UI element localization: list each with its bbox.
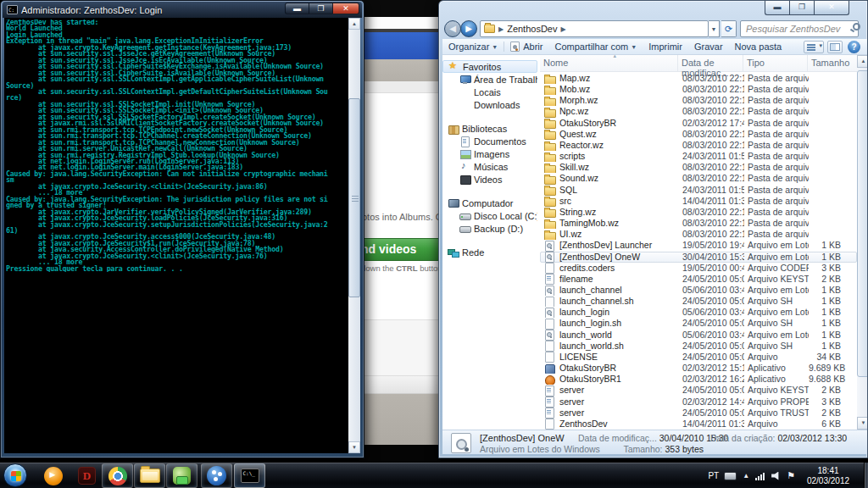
file-row[interactable]: launch_login.sh24/05/2010 05:05Arquivo S… — [540, 318, 857, 329]
clock[interactable]: 18:41 02/03/2012 — [802, 466, 854, 486]
file-row[interactable]: Morph.wz08/03/2010 22:15Pasta de arquivo… — [540, 95, 857, 106]
clock-time: 18:41 — [817, 466, 838, 475]
file-row[interactable]: credits.coders19/05/2010 00:47Arquivo CO… — [540, 263, 857, 274]
cmd-scrollbar-thumb[interactable] — [348, 98, 360, 297]
burn-button[interactable]: Gravar — [688, 39, 729, 54]
sidebar-item-videos[interactable]: Videos — [442, 173, 537, 186]
sidebar-item-disco-local-c[interactable]: Disco Local (C:) — [442, 209, 537, 222]
open-button[interactable]: Abrir — [504, 39, 548, 54]
file-row[interactable]: Npc.wz08/03/2010 22:16Pasta de arquivos — [540, 106, 857, 117]
file-row[interactable]: Map.wz08/03/2010 22:15Pasta de arquivos — [540, 73, 857, 84]
help-icon[interactable]: ? — [848, 41, 860, 53]
taskbar-blue-app[interactable] — [201, 463, 232, 488]
taskbar-explorer[interactable] — [134, 463, 165, 488]
new-folder-button[interactable]: Nova pasta — [729, 39, 788, 54]
file-row[interactable]: ZenthosDev14/04/2011 01:35Arquivo6 KB — [540, 419, 857, 430]
file-row[interactable]: src14/04/2011 01:33Pasta de arquivos — [540, 196, 857, 207]
file-row[interactable]: scripts24/03/2011 01:56Pasta de arquivos — [540, 151, 857, 162]
file-row[interactable]: [ZenthosDev] Launcher19/05/2010 19:46Arq… — [540, 240, 857, 251]
change-view-button[interactable] — [804, 41, 824, 53]
back-button[interactable]: ◀ — [444, 20, 461, 37]
sidebar-item-downloads[interactable]: Downloads — [442, 98, 537, 111]
explorer-maximize-button[interactable]: ❐ — [789, 1, 814, 15]
column-header-size[interactable]: Tamanho — [808, 55, 857, 71]
preview-pane-button[interactable] — [827, 41, 843, 53]
sidebar-item-musicas[interactable]: Músicas — [442, 160, 537, 173]
address-dropdown-button[interactable]: ▼ — [709, 20, 720, 37]
explorer-minimize-button[interactable]: ▬ — [765, 1, 789, 15]
sidebar-item-area-de-trabalho[interactable]: Área de Trabalho — [442, 73, 537, 86]
network-signal-icon[interactable] — [755, 472, 765, 480]
file-list-scrollbar[interactable]: ▲ ▼ — [857, 55, 867, 430]
file-row[interactable]: Sound.wz08/03/2010 22:17Pasta de arquivo… — [540, 173, 857, 184]
upload-videos-button[interactable]: nd videos — [359, 238, 441, 261]
file-row[interactable]: UI.wz08/03/2010 22:17Pasta de arquivos — [540, 229, 857, 240]
console-output[interactable]: ZenthosDev has started: World Launched L… — [4, 18, 360, 453]
sidebar-item-computador[interactable]: Computador — [442, 197, 537, 209]
sidebar-item-documentos[interactable]: Documentos — [442, 135, 537, 147]
column-header-type[interactable]: Tipo — [743, 55, 808, 71]
search-input[interactable]: Pesquisar ZenthosDev — [740, 20, 859, 37]
file-row[interactable]: filename24/05/2010 05:05Arquivo KEYSTORE… — [540, 274, 857, 285]
organize-button[interactable]: Organizar▼ — [442, 39, 504, 54]
sidebar-item-bibliotecas[interactable]: Bibliotecas — [442, 122, 537, 135]
cmd-scrollbar[interactable]: ▲ ▼ — [348, 18, 360, 453]
taskbar-daemon-tools[interactable]: D — [71, 463, 103, 488]
sidebar-item-rede[interactable]: Rede — [442, 246, 537, 258]
sidebar-item-backup-d[interactable]: Backup (D:) — [442, 222, 537, 235]
language-indicator[interactable]: PT — [708, 471, 719, 480]
taskbar-media-player[interactable] — [37, 463, 69, 488]
taskbar-command-prompt[interactable]: C:\_ — [234, 463, 265, 488]
cmd-maximize-button[interactable]: ❐ — [309, 3, 332, 14]
file-row[interactable]: OtakuStoryBR02/03/2012 15:16Aplicativo9.… — [540, 363, 857, 374]
file-row[interactable]: Quest.wz08/03/2010 22:16Pasta de arquivo… — [540, 129, 857, 140]
hidden-icons-chevron-icon[interactable]: ▲ — [743, 472, 749, 480]
file-row[interactable]: server24/05/2010 05:05Arquivo KEYSTORE2 … — [540, 385, 857, 396]
explorer-close-button[interactable]: ✕ — [814, 1, 849, 15]
file-row[interactable]: Reactor.wz08/03/2010 22:16Pasta de arqui… — [540, 140, 857, 151]
refresh-button[interactable]: ⟳ — [721, 20, 737, 37]
file-row[interactable]: server02/03/2012 14:45Arquivo PROPERT...… — [540, 396, 857, 408]
file-row[interactable]: String.wz08/03/2010 22:17Pasta de arquiv… — [540, 207, 857, 218]
file-date: 24/05/2010 05:05 — [679, 352, 744, 363]
file-row[interactable]: launch_login05/06/2010 03:46Arquivo em L… — [540, 307, 857, 318]
cmd-minimize-button[interactable]: ▬ — [285, 3, 309, 14]
sidebar-item-locais[interactable]: Locais — [442, 86, 537, 98]
taskbar-chrome[interactable] — [102, 463, 133, 488]
breadcrumb[interactable]: ▶ ZenthosDev ▶ — [480, 20, 709, 37]
file-row[interactable]: TamingMob.wz08/03/2010 22:17Pasta de arq… — [540, 218, 857, 229]
file-row[interactable]: OtakuStoryBR02/03/2012 17:47Pasta de arq… — [540, 118, 857, 129]
sidebar-item-favoritos[interactable]: Favoritos — [442, 60, 537, 73]
file-row[interactable]: launch_world05/06/2010 03:46Arquivo em L… — [540, 330, 857, 341]
file-row[interactable]: server24/05/2010 05:05Arquivo TRUSTST...… — [540, 408, 857, 419]
keyboard-icon[interactable] — [724, 472, 737, 480]
forward-button[interactable]: ▶ — [460, 20, 477, 37]
column-header-name[interactable]: Nome — [540, 55, 678, 71]
print-button[interactable]: Imprimir — [643, 39, 688, 54]
file-row[interactable]: SQL24/03/2011 01:56Pasta de arquivos — [540, 185, 857, 196]
share-button[interactable]: Compartilhar com▼ — [548, 39, 643, 54]
sidebar-item-imagens[interactable]: Imagens — [442, 147, 537, 160]
file-row[interactable]: LICENSE24/05/2010 05:05Arquivo34 KB — [540, 352, 857, 363]
file-row[interactable]: launch_channel05/06/2010 03:46Arquivo em… — [540, 285, 857, 296]
cmd-close-button[interactable]: ✕ — [332, 3, 359, 14]
file-row[interactable]: Skill.wz08/03/2010 22:17Pasta de arquivo… — [540, 162, 857, 173]
scroll-up-icon[interactable]: ▲ — [348, 18, 360, 30]
volume-icon[interactable] — [771, 472, 781, 480]
file-row[interactable]: Mob.wz08/03/2010 22:16Pasta de arquivos — [540, 84, 857, 95]
action-center-flag-icon[interactable]: ⚑ — [787, 470, 795, 481]
column-header-date[interactable]: Data de modificaç... — [678, 55, 743, 71]
file-row[interactable]: [ZenthosDev] OneW30/04/2010 15:30Arquivo… — [540, 252, 857, 263]
file-row[interactable]: launch_channel.sh24/05/2010 05:05Arquivo… — [540, 296, 857, 307]
file-list-scrollbar-thumb[interactable] — [857, 70, 867, 377]
file-row[interactable]: OtakuStoryBR102/03/2012 16:29Aplicativo9… — [540, 374, 857, 385]
start-button[interactable] — [3, 463, 27, 487]
scroll-down-icon[interactable]: ▼ — [348, 441, 360, 453]
taskbar-messenger[interactable] — [166, 463, 198, 488]
scroll-up-icon[interactable]: ▲ — [857, 55, 867, 68]
breadcrumb-location[interactable]: ZenthosDev — [507, 24, 557, 34]
scroll-down-icon[interactable]: ▼ — [857, 417, 867, 430]
file-name: ZenthosDev — [559, 419, 608, 430]
show-desktop-button[interactable] — [864, 463, 868, 488]
file-row[interactable]: launch_world.sh24/05/2010 05:05Arquivo S… — [540, 341, 857, 352]
